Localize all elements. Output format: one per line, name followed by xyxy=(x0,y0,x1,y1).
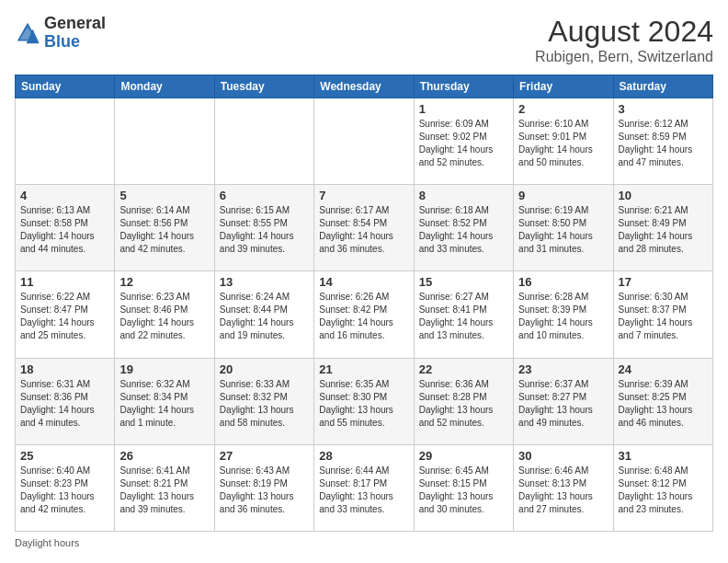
day-number: 26 xyxy=(119,449,209,463)
calendar-header-friday: Friday xyxy=(514,75,613,98)
day-info: Sunrise: 6:31 AM Sunset: 8:36 PM Dayligh… xyxy=(20,378,109,430)
calendar-cell: 21Sunrise: 6:35 AM Sunset: 8:30 PM Dayli… xyxy=(314,358,414,444)
day-info: Sunrise: 6:18 AM Sunset: 8:52 PM Dayligh… xyxy=(419,204,508,256)
calendar-week-row: 11Sunrise: 6:22 AM Sunset: 8:47 PM Dayli… xyxy=(16,271,713,358)
calendar-week-row: 18Sunrise: 6:31 AM Sunset: 8:36 PM Dayli… xyxy=(16,358,713,444)
day-number: 11 xyxy=(20,275,109,289)
calendar-header-monday: Monday xyxy=(115,75,214,98)
day-number: 7 xyxy=(319,189,408,202)
day-number: 22 xyxy=(419,362,508,376)
day-number: 29 xyxy=(419,449,508,463)
calendar-cell: 14Sunrise: 6:26 AM Sunset: 8:42 PM Dayli… xyxy=(314,271,414,358)
day-info: Sunrise: 6:13 AM Sunset: 8:58 PM Dayligh… xyxy=(20,204,109,256)
calendar-week-row: 25Sunrise: 6:40 AM Sunset: 8:23 PM Dayli… xyxy=(16,444,713,531)
day-number: 2 xyxy=(518,102,608,116)
day-info: Sunrise: 6:40 AM Sunset: 8:23 PM Dayligh… xyxy=(20,465,109,516)
calendar-cell: 7Sunrise: 6:17 AM Sunset: 8:54 PM Daylig… xyxy=(314,185,414,271)
day-info: Sunrise: 6:17 AM Sunset: 8:54 PM Dayligh… xyxy=(319,204,408,256)
day-info: Sunrise: 6:41 AM Sunset: 8:21 PM Dayligh… xyxy=(119,465,209,516)
day-number: 9 xyxy=(518,189,608,202)
day-number: 14 xyxy=(319,275,408,289)
day-info: Sunrise: 6:46 AM Sunset: 8:13 PM Dayligh… xyxy=(518,465,608,516)
page: General Blue August 2024 Rubigen, Bern, … xyxy=(0,0,728,563)
day-number: 4 xyxy=(20,189,109,202)
day-number: 8 xyxy=(419,189,508,202)
calendar-cell: 11Sunrise: 6:22 AM Sunset: 8:47 PM Dayli… xyxy=(16,271,115,358)
day-info: Sunrise: 6:48 AM Sunset: 8:12 PM Dayligh… xyxy=(619,465,708,516)
calendar-cell: 5Sunrise: 6:14 AM Sunset: 8:56 PM Daylig… xyxy=(115,185,214,271)
day-number: 17 xyxy=(619,275,708,289)
day-number: 31 xyxy=(619,449,708,463)
calendar-cell: 24Sunrise: 6:39 AM Sunset: 8:25 PM Dayli… xyxy=(613,358,712,444)
logo-icon xyxy=(15,20,40,46)
day-number: 5 xyxy=(119,189,209,202)
day-number: 15 xyxy=(419,275,508,289)
day-info: Sunrise: 6:28 AM Sunset: 8:39 PM Dayligh… xyxy=(518,291,608,342)
day-number: 24 xyxy=(619,362,708,376)
calendar-cell: 26Sunrise: 6:41 AM Sunset: 8:21 PM Dayli… xyxy=(115,444,214,531)
calendar-week-row: 4Sunrise: 6:13 AM Sunset: 8:58 PM Daylig… xyxy=(16,185,713,271)
day-info: Sunrise: 6:22 AM Sunset: 8:47 PM Dayligh… xyxy=(20,291,109,342)
day-number: 23 xyxy=(518,362,608,376)
calendar-cell: 30Sunrise: 6:46 AM Sunset: 8:13 PM Dayli… xyxy=(514,444,613,531)
calendar-cell: 23Sunrise: 6:37 AM Sunset: 8:27 PM Dayli… xyxy=(514,358,613,444)
day-info: Sunrise: 6:15 AM Sunset: 8:55 PM Dayligh… xyxy=(220,204,309,256)
calendar-header-row: SundayMondayTuesdayWednesdayThursdayFrid… xyxy=(16,75,713,98)
day-info: Sunrise: 6:39 AM Sunset: 8:25 PM Dayligh… xyxy=(619,378,708,430)
calendar-cell: 10Sunrise: 6:21 AM Sunset: 8:49 PM Dayli… xyxy=(613,185,712,271)
calendar-cell: 6Sunrise: 6:15 AM Sunset: 8:55 PM Daylig… xyxy=(214,185,313,271)
day-info: Sunrise: 6:21 AM Sunset: 8:49 PM Dayligh… xyxy=(619,204,708,256)
calendar-cell: 19Sunrise: 6:32 AM Sunset: 8:34 PM Dayli… xyxy=(115,358,214,444)
footer-note-text: Daylight hours xyxy=(15,537,79,548)
day-info: Sunrise: 6:14 AM Sunset: 8:56 PM Dayligh… xyxy=(119,204,209,256)
day-info: Sunrise: 6:12 AM Sunset: 8:59 PM Dayligh… xyxy=(619,118,708,169)
calendar-header-thursday: Thursday xyxy=(414,75,513,98)
calendar-cell: 13Sunrise: 6:24 AM Sunset: 8:44 PM Dayli… xyxy=(214,271,313,358)
day-number: 16 xyxy=(518,275,608,289)
calendar-cell: 4Sunrise: 6:13 AM Sunset: 8:58 PM Daylig… xyxy=(16,185,115,271)
day-info: Sunrise: 6:45 AM Sunset: 8:15 PM Dayligh… xyxy=(419,465,508,516)
calendar-cell: 29Sunrise: 6:45 AM Sunset: 8:15 PM Dayli… xyxy=(414,444,513,531)
day-info: Sunrise: 6:43 AM Sunset: 8:19 PM Dayligh… xyxy=(220,465,309,516)
day-number: 12 xyxy=(119,275,209,289)
logo-text: General Blue xyxy=(44,15,106,52)
calendar-cell: 18Sunrise: 6:31 AM Sunset: 8:36 PM Dayli… xyxy=(16,358,115,444)
calendar-header-sunday: Sunday xyxy=(16,75,115,98)
calendar-cell: 22Sunrise: 6:36 AM Sunset: 8:28 PM Dayli… xyxy=(414,358,513,444)
calendar-cell xyxy=(115,98,214,185)
calendar: SundayMondayTuesdayWednesdayThursdayFrid… xyxy=(15,75,713,532)
day-number: 18 xyxy=(20,362,109,376)
day-info: Sunrise: 6:33 AM Sunset: 8:32 PM Dayligh… xyxy=(220,378,309,430)
day-number: 3 xyxy=(619,102,708,116)
day-info: Sunrise: 6:26 AM Sunset: 8:42 PM Dayligh… xyxy=(319,291,408,342)
calendar-week-row: 1Sunrise: 6:09 AM Sunset: 9:02 PM Daylig… xyxy=(16,98,713,185)
day-number: 19 xyxy=(119,362,209,376)
calendar-cell: 15Sunrise: 6:27 AM Sunset: 8:41 PM Dayli… xyxy=(414,271,513,358)
day-number: 27 xyxy=(220,449,309,463)
day-number: 6 xyxy=(220,189,309,202)
day-number: 28 xyxy=(319,449,408,463)
logo-blue: Blue xyxy=(44,32,80,51)
day-number: 20 xyxy=(220,362,309,376)
day-info: Sunrise: 6:10 AM Sunset: 9:01 PM Dayligh… xyxy=(518,118,608,169)
calendar-cell: 9Sunrise: 6:19 AM Sunset: 8:50 PM Daylig… xyxy=(514,185,613,271)
logo-general: General xyxy=(44,14,106,32)
day-info: Sunrise: 6:36 AM Sunset: 8:28 PM Dayligh… xyxy=(419,378,508,430)
calendar-cell: 2Sunrise: 6:10 AM Sunset: 9:01 PM Daylig… xyxy=(514,98,613,185)
calendar-cell: 28Sunrise: 6:44 AM Sunset: 8:17 PM Dayli… xyxy=(314,444,414,531)
day-info: Sunrise: 6:09 AM Sunset: 9:02 PM Dayligh… xyxy=(419,118,508,169)
calendar-header-saturday: Saturday xyxy=(613,75,712,98)
calendar-cell xyxy=(314,98,414,185)
calendar-cell xyxy=(16,98,115,185)
calendar-cell: 20Sunrise: 6:33 AM Sunset: 8:32 PM Dayli… xyxy=(214,358,313,444)
calendar-cell: 17Sunrise: 6:30 AM Sunset: 8:37 PM Dayli… xyxy=(613,271,712,358)
day-number: 21 xyxy=(319,362,408,376)
day-info: Sunrise: 6:37 AM Sunset: 8:27 PM Dayligh… xyxy=(518,378,608,430)
day-info: Sunrise: 6:27 AM Sunset: 8:41 PM Dayligh… xyxy=(419,291,508,342)
subtitle: Rubigen, Bern, Switzerland xyxy=(535,49,713,65)
calendar-cell: 8Sunrise: 6:18 AM Sunset: 8:52 PM Daylig… xyxy=(414,185,513,271)
day-number: 13 xyxy=(220,275,309,289)
title-block: August 2024 Rubigen, Bern, Switzerland xyxy=(535,15,713,65)
calendar-header-tuesday: Tuesday xyxy=(214,75,313,98)
day-info: Sunrise: 6:32 AM Sunset: 8:34 PM Dayligh… xyxy=(119,378,209,430)
